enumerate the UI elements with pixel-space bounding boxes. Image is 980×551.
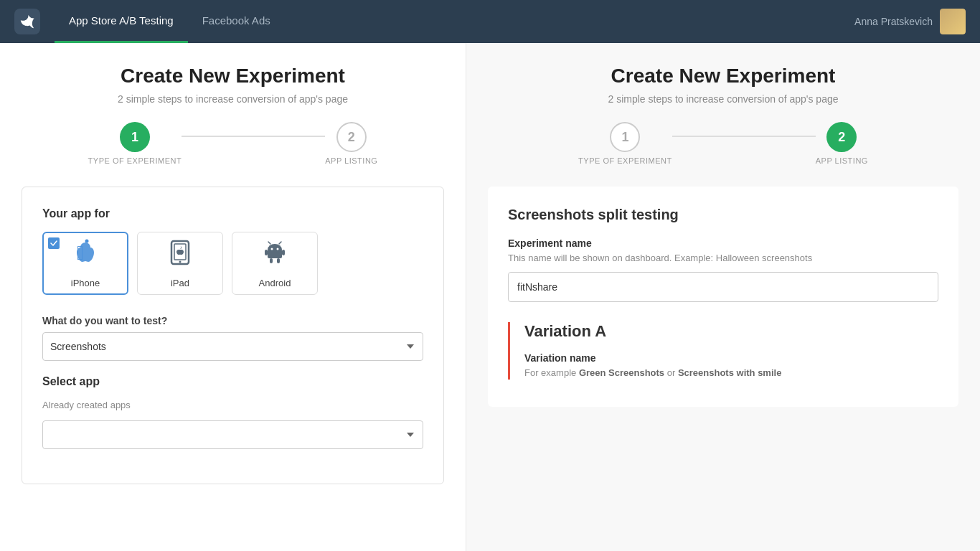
iphone-icon:  bbox=[71, 238, 100, 272]
right-step2-circle: 2 bbox=[826, 122, 857, 152]
platform-android[interactable]: Android bbox=[232, 232, 318, 295]
platform-group: Your app for  bbox=[42, 207, 423, 295]
already-created-label: Already created apps bbox=[42, 400, 423, 410]
android-icon bbox=[260, 238, 289, 272]
test-type-group: What do you want to test? Screenshots De… bbox=[42, 315, 423, 361]
variation-name-label: Variation name bbox=[524, 352, 938, 364]
svg-point-1 bbox=[85, 240, 89, 243]
already-created-select[interactable] bbox=[42, 420, 423, 449]
right-step1-label: TYPE OF EXPERIMENT bbox=[578, 156, 672, 165]
select-app-group: Select app Already created apps bbox=[42, 375, 423, 449]
platform-grid:  iPhone bbox=[42, 232, 423, 295]
svg-point-4 bbox=[179, 261, 182, 263]
svg-rect-12 bbox=[277, 258, 280, 263]
svg-rect-11 bbox=[270, 258, 273, 263]
user-name: Anna Pratskevich bbox=[854, 16, 933, 27]
right-step-1: 1 TYPE OF EXPERIMENT bbox=[578, 122, 672, 165]
android-label: Android bbox=[259, 278, 291, 288]
test-type-label: What do you want to test? bbox=[42, 315, 423, 326]
experiment-name-group: Experiment name This name will be shown … bbox=[508, 237, 938, 302]
svg-rect-6 bbox=[268, 250, 282, 258]
left-panel-title: Create New Experiment bbox=[14, 65, 451, 88]
right-panel-title: Create New Experiment bbox=[481, 65, 966, 88]
left-step1-circle: 1 bbox=[120, 122, 150, 152]
avatar bbox=[940, 9, 966, 34]
variation-hint-middle: or bbox=[664, 367, 678, 378]
left-step2-circle: 2 bbox=[336, 122, 367, 152]
nav-facebook-ads[interactable]: Facebook Ads bbox=[188, 0, 285, 43]
ipad-icon bbox=[166, 238, 194, 272]
right-step2-label: APP LISTING bbox=[816, 156, 868, 165]
nav-app-store-testing[interactable]: App Store A/B Testing bbox=[55, 0, 188, 43]
header: App Store A/B Testing Facebook Ads Anna … bbox=[0, 0, 980, 43]
platform-iphone[interactable]:  iPhone bbox=[42, 232, 128, 295]
left-step1-label: TYPE OF EXPERIMENT bbox=[88, 156, 182, 165]
svg-rect-14 bbox=[282, 250, 285, 255]
left-step-2: 2 APP LISTING bbox=[325, 122, 377, 165]
experiment-name-label: Experiment name bbox=[508, 237, 938, 249]
right-step-connector bbox=[672, 136, 816, 137]
test-type-select[interactable]: Screenshots Description Icon bbox=[42, 332, 423, 361]
svg-point-8 bbox=[277, 248, 279, 250]
platform-label: Your app for bbox=[42, 207, 423, 220]
left-panel-subtitle: 2 simple steps to increase conversion of… bbox=[14, 93, 451, 105]
experiment-name-hint: This name will be shown on dashboard. Ex… bbox=[508, 252, 938, 265]
left-panel: Create New Experiment 2 simple steps to … bbox=[0, 43, 466, 551]
main-nav: App Store A/B Testing Facebook Ads bbox=[55, 0, 285, 43]
variation-a-title: Variation A bbox=[524, 322, 938, 341]
left-stepper: 1 TYPE OF EXPERIMENT 2 APP LISTING bbox=[14, 122, 451, 165]
left-step-connector bbox=[182, 136, 325, 137]
left-step2-label: APP LISTING bbox=[325, 156, 377, 165]
left-step-1: 1 TYPE OF EXPERIMENT bbox=[88, 122, 182, 165]
iphone-label: iPhone bbox=[71, 278, 100, 288]
platform-ipad[interactable]: iPad bbox=[137, 232, 223, 295]
variation-a-section: Variation A Variation name For example G… bbox=[508, 322, 938, 380]
left-card: Your app for  bbox=[22, 187, 444, 484]
right-section-title: Screenshots split testing bbox=[508, 207, 938, 223]
variation-hint-prefix: For example bbox=[524, 367, 579, 378]
right-panel: Create New Experiment 2 simple steps to … bbox=[466, 43, 980, 551]
main-container: Create New Experiment 2 simple steps to … bbox=[0, 43, 980, 551]
experiment-name-input[interactable] bbox=[508, 272, 938, 302]
right-card: Screenshots split testing Experiment nam… bbox=[488, 187, 958, 407]
user-info: Anna Pratskevich bbox=[854, 9, 966, 34]
right-step-2: 2 APP LISTING bbox=[816, 122, 868, 165]
right-step1-circle: 1 bbox=[610, 122, 640, 152]
svg-line-10 bbox=[279, 242, 281, 244]
variation-hint-bold1: Green Screenshots bbox=[579, 367, 664, 378]
svg-rect-13 bbox=[265, 250, 268, 255]
variation-name-hint: For example Green Screenshots or Screens… bbox=[524, 367, 938, 380]
variation-hint-bold2: Screenshots with smile bbox=[678, 367, 782, 378]
select-app-label: Select app bbox=[42, 375, 423, 388]
svg-line-9 bbox=[268, 242, 270, 244]
iphone-check bbox=[48, 237, 60, 249]
right-panel-subtitle: 2 simple steps to increase conversion of… bbox=[481, 93, 966, 105]
logo bbox=[14, 9, 40, 34]
svg-point-7 bbox=[271, 248, 273, 250]
right-stepper: 1 TYPE OF EXPERIMENT 2 APP LISTING bbox=[481, 122, 966, 165]
logo-icon bbox=[19, 14, 35, 29]
ipad-label: iPad bbox=[171, 278, 189, 288]
